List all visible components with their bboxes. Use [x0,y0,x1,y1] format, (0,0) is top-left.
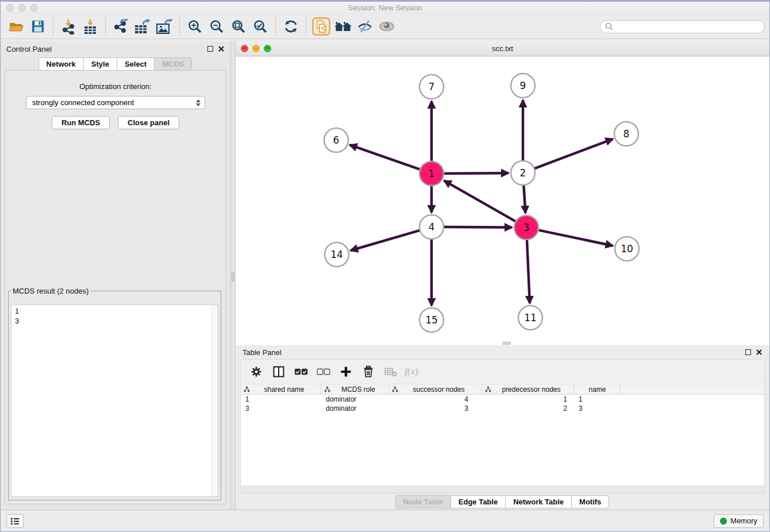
edge-4-14[interactable] [351,230,419,250]
network-close-button[interactable]: × [241,45,248,52]
export-table-button[interactable] [132,16,153,37]
memory-status-icon [720,518,727,525]
criterion-dropdown[interactable]: strongly connected component [26,96,205,109]
network-zoom-button[interactable]: + [264,45,271,52]
home-button[interactable] [332,16,354,37]
edge-1-2[interactable] [444,173,509,174]
divider-grip[interactable] [503,342,511,345]
control-panel: Control Panel NetworkStyleSelectMCDS Opt… [1,41,230,510]
tab-motifs[interactable]: Motifs [571,495,609,508]
table-body: 1dominator4113dominator323 [241,395,764,485]
tab-select[interactable]: Select [117,57,155,71]
panel-divider[interactable] [230,41,236,510]
tab-node-table[interactable]: Node Table [395,495,451,508]
tab-network-table[interactable]: Network Table [505,495,572,508]
divider-grip[interactable] [232,272,234,282]
node-label-14: 14 [330,249,343,260]
table-cell: dominator [321,404,389,413]
toolbar-separator [306,17,306,36]
delete-column-button[interactable] [360,361,377,382]
edge-4-3[interactable] [444,227,512,228]
open-file-button[interactable] [5,16,27,37]
close-window-button[interactable] [6,4,14,11]
import-table-button[interactable] [79,16,101,37]
toolbar-separator [275,17,276,36]
zoom-out-button[interactable] [206,16,228,37]
edge-2-3[interactable] [523,186,525,213]
mcds-result-area[interactable]: 13 [11,304,218,497]
column-header-successor-nodes[interactable]: successor nodes [389,384,482,394]
refresh-button[interactable] [280,16,302,37]
network-minimize-button[interactable]: − [252,45,260,52]
float-panel-icon[interactable] [207,46,213,52]
export-network-icon [113,19,129,34]
save-session-button[interactable] [27,16,49,37]
zoom-fit-button[interactable] [228,16,249,37]
column-type-icon [324,386,330,392]
column-header-mcds-role[interactable]: MCDS role [321,384,389,394]
mcds-result-title: MCDS result (2 nodes) [11,287,90,295]
table-cell: 4 [389,395,482,404]
tab-edge-table[interactable]: Edge Table [451,495,506,508]
mcds-panel: Optimization criterion: strongly connect… [5,70,226,504]
deselect-all-button[interactable] [315,361,332,382]
network-title: scc.txt [236,41,769,56]
result-scrollbar[interactable] [211,305,218,496]
zoom-in-button[interactable] [184,16,206,37]
clone-network-button[interactable] [310,16,332,37]
edge-2-8[interactable] [535,139,613,168]
import-network-button[interactable] [57,16,79,37]
plus-icon [340,365,352,378]
network-canvas[interactable]: 7968124314101511 [236,57,769,341]
zoom-selected-button[interactable] [249,16,271,37]
show-columns-button[interactable] [270,361,287,382]
app-window: Session: New Session [0,0,770,532]
column-header-name[interactable]: name [574,384,621,394]
result-line: 3 [15,316,214,326]
memory-button[interactable]: Memory [714,514,764,528]
table-horizontal-scrollbar[interactable] [241,485,764,493]
table-settings-button[interactable] [248,361,265,382]
minimize-window-button[interactable] [18,4,26,11]
tab-style[interactable]: Style [83,57,117,71]
columns-icon [272,365,285,378]
search-input[interactable] [616,22,760,32]
float-panel-icon[interactable] [745,349,751,355]
tab-network[interactable]: Network [38,57,84,71]
toolbar-separator [105,17,106,36]
checked-boxes-icon [294,367,308,377]
run-mcds-button[interactable]: Run MCDS [52,116,110,129]
network-window-controls: × − + [241,45,271,52]
column-type-icon [485,386,491,392]
edge-3-10[interactable] [539,230,613,246]
task-history-button[interactable] [6,514,24,528]
column-header-predecessor-nodes[interactable]: predecessor nodes [482,384,574,394]
close-panel-icon[interactable] [218,45,225,52]
node-label-4: 4 [429,221,435,233]
close-panel-button[interactable]: Close panel [118,116,179,129]
export-image-button[interactable] [153,16,175,37]
node-label-15: 15 [425,314,438,326]
show-all-button[interactable] [376,16,398,37]
table-row[interactable]: 1dominator411 [241,395,764,404]
maximize-window-button[interactable] [30,4,38,11]
node-label-1: 1 [429,168,435,179]
close-panel-icon[interactable] [756,349,763,356]
horizontal-divider[interactable] [236,341,769,345]
select-all-button[interactable] [292,361,310,382]
hide-selected-button[interactable] [354,16,376,37]
edge-3-11[interactable] [527,240,530,303]
column-header-shared-name[interactable]: shared name [241,384,321,394]
table-cell: 2 [482,404,574,413]
export-network-button[interactable] [110,16,132,37]
dropdown-stepper-icon [196,99,202,106]
network-titlebar: × − + scc.txt [236,41,769,56]
tab-mcds[interactable]: MCDS [154,57,192,71]
edge-1-6[interactable] [350,145,420,169]
add-column-button[interactable] [337,361,355,382]
eye-slash-icon [357,19,373,34]
window-controls [6,4,38,11]
node-label-8: 8 [623,128,630,140]
edge-3-1[interactable] [444,180,515,221]
table-row[interactable]: 3dominator323 [241,404,764,413]
